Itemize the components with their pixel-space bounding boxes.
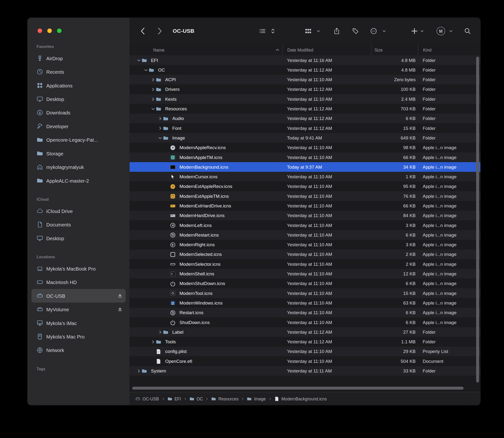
sidebar-item-desktop[interactable]: Desktop [31,231,126,245]
file-row-drivers[interactable]: DriversYesterday at 11:12 AM100 KBFolder [129,85,480,94]
tags-button[interactable] [352,28,359,34]
eject-icon[interactable] [118,307,123,312]
disclosure-expanded-icon[interactable] [136,58,142,62]
file-row-modernextapplerecv-icns[interactable]: ModernExtAppleRecv.icnsYesterday at 11:1… [129,182,480,191]
file-row-kexts[interactable]: KextsYesterday at 11:10 AM2.4 MBFolder [129,94,480,104]
disclosure-collapsed-icon[interactable] [150,88,156,91]
file-row-modernshutdown-icns[interactable]: ModernShutDown.icnsYesterday at 11:10 AM… [129,278,480,288]
sidebar-item-macintosh-hd[interactable]: Macintosh HD [31,275,126,289]
path-item-oc-usb[interactable]: OC-USB [135,396,159,401]
path-item-image[interactable]: Image [247,396,266,401]
horizontal-scrollbar [132,387,474,390]
disclosure-expanded-icon[interactable] [143,68,149,72]
sidebar-item-mykola-s-macbook-pro[interactable]: Mykola’s MacBook Pro [31,262,126,275]
disclosure-expanded-icon[interactable] [158,136,163,140]
file-row-modernextharddrive-icns[interactable]: ModernExtHardDrive.icnsYesterday at 11:1… [129,201,480,211]
sidebar-item-oc-usb[interactable]: OC-USB [31,289,126,302]
column-header-name[interactable]: Name [129,47,282,52]
sidebar-item-recents[interactable]: Recents [31,65,126,78]
path-item-efi[interactable]: EFI [167,396,181,401]
file-row-config-plist[interactable]: config.plistYesterday at 11:10 AM29 KBPr… [129,347,480,356]
sidebar-item-developer[interactable]: Developer [31,120,126,133]
file-row-modernshell-icns[interactable]: ModernShell.icnsYesterday at 11:10 AM12 … [129,269,480,278]
path-item-resources[interactable]: Resources [211,396,239,401]
disclosure-collapsed-icon[interactable] [158,330,163,334]
horizontal-scrollbar-thumb[interactable] [132,387,464,390]
sidebar-item-documents[interactable]: Documents [31,218,126,231]
file-row-moderncursor-icns[interactable]: ModernCursor.icnsYesterday at 11:10 AM1 … [129,172,480,181]
account-chevron-icon[interactable] [449,29,453,33]
disclosure-collapsed-icon[interactable] [136,369,142,373]
column-header-date-modified[interactable]: Date Modified [282,44,371,55]
sidebar-item-myvolume[interactable]: MyVolume [31,303,126,316]
file-row-system[interactable]: SystemYesterday at 11:11 AM33 KBFolder [129,366,480,376]
path-item-modernbackground-icns[interactable]: ModernBackground.icns [274,396,327,401]
file-row-opencore-efi[interactable]: OpenCore.efiYesterday at 11:10 AM504 KBD… [129,356,480,366]
more-options-chevron-icon[interactable] [382,29,386,33]
sidebar-item-airdrop[interactable]: AirDrop [31,52,126,65]
sidebar-item-applealc-master-2[interactable]: AppleALC-master-2 [31,174,126,187]
sidebar-item-network[interactable]: Network [31,343,126,357]
sidebar-item-desktop[interactable]: Desktop [31,92,126,106]
disclosure-expanded-icon[interactable] [150,107,156,110]
disclosure-collapsed-icon[interactable] [150,340,156,344]
disclosure-collapsed-icon[interactable] [150,97,156,101]
zoom-button[interactable] [57,28,61,33]
vertical-scrollbar-thumb[interactable] [476,57,479,382]
search-icon[interactable] [464,28,471,34]
file-row-acpi[interactable]: ACPIYesterday at 11:10 AMZero bytesFolde… [129,75,480,84]
file-row-modernbackground-icns[interactable]: ModernBackground.icnsToday at 9:37 AM34 … [129,162,480,172]
sidebar-item-mykola-s-imac[interactable]: Mykola’s iMac [31,316,126,329]
sidebar-item-mykolagrymalyuk[interactable]: mykolagrymalyuk [31,160,126,174]
file-row-oc[interactable]: OCYesterday at 11:12 AM4.8 MBFolder [129,65,480,75]
sidebar-item-applications[interactable]: Applications [31,78,126,92]
disclosure-collapsed-icon[interactable] [150,78,156,81]
back-button[interactable] [140,27,145,35]
group-by-button[interactable] [305,28,311,34]
sidebar-item-mykola-s-mac-pro[interactable]: Mykola’s Mac Pro [31,330,126,343]
file-row-modernappletm-icns[interactable]: ModernAppleTM.icnsYesterday at 11:10 AM6… [129,153,480,162]
file-row-modernapplerecv-icns[interactable]: ModernAppleRecv.icnsYesterday at 11:10 A… [129,143,480,152]
view-mode-chevrons-icon[interactable] [271,28,275,34]
file-row-font[interactable]: FontYesterday at 11:12 AM15 KBFolder [129,123,480,133]
path-item-oc[interactable]: OC [189,396,203,401]
file-row-modernextappletm-icns[interactable]: ModernExtAppleTM.icnsYesterday at 11:10 … [129,191,480,201]
file-row-modernwindows-icns[interactable]: ModernWindows.icnsYesterday at 11:10 AM6… [129,298,480,308]
view-mode-button[interactable] [259,28,266,34]
file-row-moderntool-icns[interactable]: ModernTool.icnsYesterday at 11:10 AM15 K… [129,288,480,298]
sidebar-item-storage[interactable]: Storage [31,146,126,160]
file-row-modernleft-icns[interactable]: ModernLeft.icnsYesterday at 11:10 AM3 KB… [129,220,480,230]
minimize-button[interactable] [47,28,52,33]
group-by-chevron-icon[interactable] [316,29,320,33]
add-chevron-icon[interactable] [420,29,424,33]
column-header-kind[interactable]: Kind [418,44,480,55]
file-row-tools[interactable]: ToolsYesterday at 11:12 AM1.1 MBFolder [129,337,480,346]
share-button[interactable] [333,28,340,34]
file-row-label[interactable]: LabelYesterday at 11:12 AM27 KBFolder [129,327,480,337]
file-row-image[interactable]: ImageToday at 9:41 AM649 KBFolder [129,133,480,143]
column-header-size[interactable]: Size [371,44,418,55]
more-options-button[interactable] [370,28,377,34]
account-button[interactable]: M [437,27,445,35]
file-row-modernright-icns[interactable]: ModernRight.icnsYesterday at 11:10 AM3 K… [129,240,480,249]
sidebar-item-opencore-legacy-pat[interactable]: Opencore-Legacy-Pat... [31,133,126,146]
file-row-modernselected-icns[interactable]: ModernSelected.icnsYesterday at 11:10 AM… [129,250,480,259]
file-row-shutdown-icns[interactable]: ShutDown.icnsYesterday at 11:10 AM6 KBAp… [129,318,480,327]
file-row-modernselector-icns[interactable]: ModernSelector.icnsYesterday at 11:10 AM… [129,259,480,269]
file-row-modernharddrive-icns[interactable]: ModernHardDrive.icnsYesterday at 11:10 A… [129,211,480,220]
close-button[interactable] [38,28,42,33]
disclosure-collapsed-icon[interactable] [158,117,163,120]
disclosure-collapsed-icon[interactable] [158,126,163,130]
file-row-efi[interactable]: EFIYesterday at 11:16 AM4.8 MBFolder [129,55,480,65]
file-row-resources[interactable]: ResourcesYesterday at 11:12 AM703 KBFold… [129,104,480,113]
sidebar-item-icloud-drive[interactable]: iCloud Drive [31,204,126,218]
add-button[interactable] [411,28,418,34]
file-row-restart-icns[interactable]: Restart.icnsYesterday at 11:10 AM6 KBApp… [129,308,480,317]
sidebar-item-downloads[interactable]: Downloads [31,106,126,119]
forward-button[interactable] [158,27,162,35]
file-row-audio[interactable]: AudioYesterday at 11:12 AM6 KBFolder [129,113,480,123]
document-icon [37,221,46,228]
sidebar-item-label: Downloads [46,110,70,115]
file-row-modernrestart-icns[interactable]: ModernRestart.icnsYesterday at 11:10 AM6… [129,230,480,240]
eject-icon[interactable] [118,294,123,298]
